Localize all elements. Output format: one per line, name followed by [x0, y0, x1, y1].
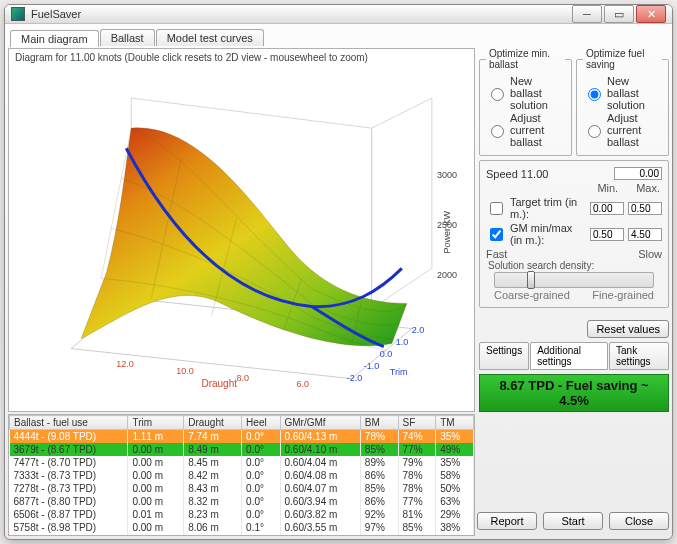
slider-sub-left: Coarse-grained [494, 289, 570, 301]
min-header: Min. [597, 182, 618, 194]
optimize-min-ballast-group: Optimize min. ballast New ballast soluti… [479, 48, 572, 156]
table-cell: 0.00 m [128, 443, 184, 456]
target-trim-max[interactable] [628, 202, 662, 215]
radio-adjust-ballast-1[interactable]: Adjust current ballast [486, 112, 565, 148]
table-cell: 79% [398, 456, 436, 469]
table-cell: 78% [360, 430, 398, 443]
table-cell: 8.23 m [184, 534, 242, 537]
radio-new-ballast-1[interactable]: New ballast solution [486, 75, 565, 111]
table-cell: 8.42 m [184, 469, 242, 482]
table-cell: 0.60/4.10 m [280, 443, 360, 456]
settings-tab-additional-settings[interactable]: Additional settings [530, 342, 608, 370]
table-cell: 0.60/4.13 m [280, 430, 360, 443]
gm-max-field[interactable] [628, 228, 662, 241]
maximize-button[interactable]: ▭ [604, 5, 634, 23]
table-cell: 3679t - (8.67 TPD) [10, 443, 128, 456]
table-cell: 0.0° [242, 495, 280, 508]
table-row[interactable]: 7477t - (8.70 TPD)0.00 m8.45 m0.0°0.60/4… [10, 456, 474, 469]
table-cell: 85% [398, 521, 436, 534]
table-row[interactable]: 6497t - (8.84 TPD)-0.06 m8.23 m0.0°0.60/… [10, 534, 474, 537]
table-cell: 0.0° [242, 469, 280, 482]
slider-right-label: Slow [638, 248, 662, 260]
group-legend: Optimize fuel saving [583, 48, 662, 70]
target-trim-min[interactable] [590, 202, 624, 215]
x-tick: 10.0 [176, 366, 194, 376]
table-cell: 8.49 m [184, 443, 242, 456]
table-row[interactable]: 4444t - (9.08 TPD)1.11 m7.74 m0.0°0.60/4… [10, 430, 474, 443]
table-cell: 97% [360, 521, 398, 534]
table-row[interactable]: 6877t - (8.80 TPD)0.00 m8.32 m0.0°0.60/3… [10, 495, 474, 508]
x-tick: 6.0 [297, 379, 310, 389]
column-header[interactable]: Trim [128, 416, 184, 430]
settings-tab-settings[interactable]: Settings [479, 342, 529, 370]
column-header[interactable]: Heel [242, 416, 280, 430]
table-row[interactable]: 6506t - (8.87 TPD)0.01 m8.23 m0.0°0.60/3… [10, 508, 474, 521]
minimize-button[interactable]: ─ [572, 5, 602, 23]
radio-new-ballast-2[interactable]: New ballast solution [583, 75, 662, 111]
slider-caption: Solution search density: [488, 260, 662, 271]
tab-main-diagram[interactable]: Main diagram [10, 30, 99, 47]
x-axis-label: Draught [201, 378, 237, 389]
diagram-pane: Diagram for 11.00 knots (Double click re… [8, 48, 475, 412]
surface-plot[interactable]: 2000 2500 3000 Power KW 12.0 10.0 8.0 6.… [11, 68, 472, 409]
table-cell: 0.60/3.55 m [280, 521, 360, 534]
table-cell: 8.06 m [184, 521, 242, 534]
target-trim-checkbox[interactable] [490, 202, 503, 215]
table-cell: 89% [360, 456, 398, 469]
app-icon [11, 7, 25, 21]
table-cell: 8.43 m [184, 482, 242, 495]
tab-model-test-curves[interactable]: Model test curves [156, 29, 264, 46]
table-cell: 52% [436, 534, 474, 537]
z-tick: 3000 [437, 170, 457, 180]
table-cell: 0.60/3.94 m [280, 495, 360, 508]
report-button[interactable]: Report [477, 512, 537, 530]
speed-label: Speed 11.00 [486, 168, 610, 180]
tab-ballast[interactable]: Ballast [100, 29, 155, 46]
table-cell: 50% [436, 482, 474, 495]
gm-minmax-checkbox[interactable] [490, 228, 503, 241]
x-tick: 8.0 [236, 373, 249, 383]
table-cell: 93% [360, 534, 398, 537]
table-cell: 78% [398, 482, 436, 495]
speed-field[interactable] [614, 167, 662, 180]
slider-thumb[interactable] [527, 271, 535, 289]
slider-sub-right: Fine-grained [592, 289, 654, 301]
start-button[interactable]: Start [543, 512, 603, 530]
table-cell: 0.60/4.08 m [280, 469, 360, 482]
gm-min-field[interactable] [590, 228, 624, 241]
table-row[interactable]: 5758t - (8.98 TPD)0.00 m8.06 m0.1°0.60/3… [10, 521, 474, 534]
table-cell: 0.1° [242, 521, 280, 534]
close-window-button[interactable]: ✕ [636, 5, 666, 23]
column-header[interactable]: Draught [184, 416, 242, 430]
column-header[interactable]: TM [436, 416, 474, 430]
table-cell: 0.0° [242, 430, 280, 443]
table-cell: 38% [436, 521, 474, 534]
parameters-group: Speed 11.00 Min. Max. Target trim (in m.… [479, 160, 669, 308]
slider-left-label: Fast [486, 248, 507, 260]
svg-marker-1 [372, 98, 432, 308]
results-table-wrap: Ballast - fuel useTrimDraughtHeelGMr/GMf… [8, 414, 475, 536]
y-tick: 1.0 [396, 337, 409, 347]
column-header[interactable]: BM [360, 416, 398, 430]
column-header[interactable]: Ballast - fuel use [10, 416, 128, 430]
reset-values-button[interactable]: Reset values [587, 320, 669, 338]
settings-tab-tank-settings[interactable]: Tank settings [609, 342, 669, 370]
table-cell: 74% [398, 430, 436, 443]
density-slider[interactable] [494, 272, 654, 288]
table-row[interactable]: 3679t - (8.67 TPD)0.00 m8.49 m0.0°0.60/4… [10, 443, 474, 456]
close-button[interactable]: Close [609, 512, 669, 530]
table-cell: 0.60/3.90 m [280, 534, 360, 537]
table-row[interactable]: 7333t - (8.73 TPD)0.00 m8.42 m0.0°0.60/4… [10, 469, 474, 482]
radio-adjust-ballast-2[interactable]: Adjust current ballast [583, 112, 662, 148]
column-header[interactable]: SF [398, 416, 436, 430]
table-cell: 7477t - (8.70 TPD) [10, 456, 128, 469]
z-axis-label: Power KW [442, 210, 452, 253]
table-row[interactable]: 7278t - (8.73 TPD)0.00 m8.43 m0.0°0.60/4… [10, 482, 474, 495]
table-cell: 63% [436, 495, 474, 508]
column-header[interactable]: GMr/GMf [280, 416, 360, 430]
table-cell: 0.0° [242, 482, 280, 495]
table-cell: 0.60/4.04 m [280, 456, 360, 469]
titlebar: FuelSaver ─ ▭ ✕ [5, 5, 672, 24]
settings-pane: Optimize min. ballast New ballast soluti… [479, 48, 669, 412]
table-cell: 8.23 m [184, 508, 242, 521]
